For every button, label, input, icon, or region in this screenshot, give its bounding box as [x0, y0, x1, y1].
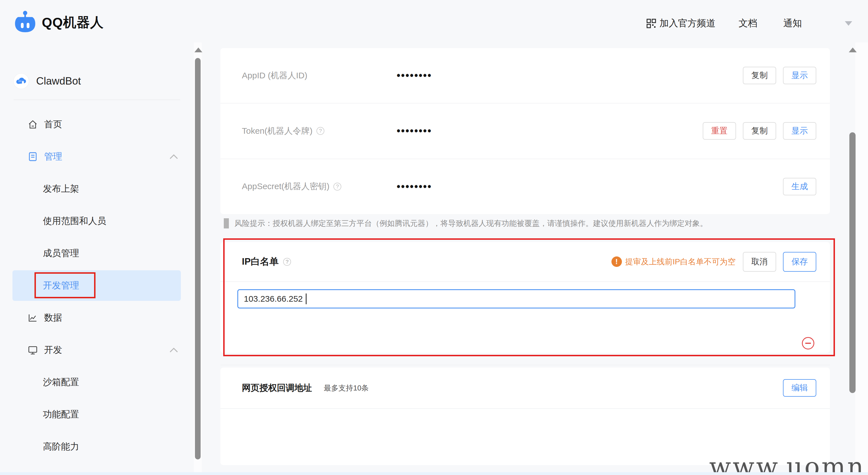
- token-copy-button[interactable]: 复制: [743, 122, 776, 140]
- sidebar-item-advanced[interactable]: 高阶能力: [0, 431, 190, 463]
- home-icon: [27, 119, 38, 130]
- warning-icon: !: [612, 257, 622, 267]
- risk-tip-marker: [224, 218, 229, 229]
- qq-bot-console: QQ机器人 加入官方频道 文档 通知: [0, 0, 868, 475]
- token-row: Token(机器人令牌) ? •••••••• 重置 复制 显示: [220, 103, 830, 158]
- ip-whitelist-actions: ! 提审及上线前IP白名单不可为空 取消 保存: [612, 252, 816, 272]
- bottom-edge-strip: [0, 472, 868, 475]
- token-help-icon[interactable]: ?: [316, 127, 324, 135]
- ip-whitelist-card: IP白名单 ? ! 提审及上线前IP白名单不可为空 取消 保存: [220, 242, 830, 353]
- token-show-button[interactable]: 显示: [783, 122, 816, 140]
- bot-profile[interactable]: H+ ClawdBot: [13, 73, 81, 89]
- risk-tip-text: 风险提示：授权机器人绑定至第三方平台（例如腾讯元器），将导致机器人现有功能被覆盖…: [235, 218, 708, 229]
- svg-text:H+: H+: [19, 80, 22, 83]
- nav-docs[interactable]: 文档: [739, 17, 757, 30]
- oauth-callback-subtitle: 最多支持10条: [324, 383, 369, 393]
- appsecret-row: AppSecret(机器人密钥) ? •••••••• 生成: [220, 159, 830, 214]
- appsecret-label: AppSecret(机器人密钥) ?: [242, 181, 397, 192]
- sidebar-item-member-manage[interactable]: 成员管理: [0, 237, 190, 269]
- appid-label: AppID (机器人ID): [242, 70, 397, 82]
- sidebar-item-manage[interactable]: 管理: [0, 141, 190, 173]
- ip-input-row: [220, 282, 830, 325]
- cloud-avatar-icon: H+: [15, 75, 27, 87]
- content-scrollbar-thumb-left[interactable]: [195, 58, 200, 459]
- ip-whitelist-help-icon[interactable]: ?: [283, 258, 291, 266]
- oauth-callback-title: 网页授权回调地址: [242, 382, 312, 394]
- appsecret-masked-value: ••••••••: [397, 181, 432, 192]
- chart-icon: [27, 312, 38, 323]
- sidebar-item-scope-members[interactable]: 使用范围和人员: [0, 205, 190, 237]
- token-reset-button[interactable]: 重置: [703, 122, 736, 140]
- chevron-up-icon: [169, 347, 179, 353]
- top-nav: 加入官方频道 文档 通知: [647, 17, 852, 30]
- sidebar-item-develop[interactable]: 开发: [0, 334, 190, 366]
- scroll-up-arrow-right[interactable]: [849, 48, 857, 52]
- annotation-box-sidebar: [34, 272, 95, 298]
- nav-join-channel[interactable]: 加入官方频道: [647, 17, 715, 30]
- sidebar-item-home[interactable]: 首页: [0, 108, 190, 141]
- sidebar-nav: 首页 管理 发布上架 使用范围和人员: [0, 108, 190, 475]
- appid-row: AppID (机器人ID) •••••••• 复制 显示: [220, 48, 830, 103]
- ip-whitelist-title: IP白名单 ?: [242, 255, 291, 268]
- chevron-up-icon: [169, 153, 179, 160]
- remove-ip-icon[interactable]: [802, 337, 814, 350]
- page-scrollbar-thumb-right[interactable]: [849, 132, 856, 393]
- account-dropdown-caret-icon[interactable]: [845, 21, 852, 26]
- document-icon: [27, 151, 38, 162]
- sidebar-divider: [13, 99, 180, 100]
- risk-tip: 风险提示：授权机器人绑定至第三方平台（例如腾讯元器），将导致机器人现有功能被覆盖…: [224, 218, 708, 229]
- page-scrollbar-track-right[interactable]: [855, 42, 868, 475]
- sidebar-item-features[interactable]: 功能配置: [0, 398, 190, 431]
- ip-whitelist-header: IP白名单 ? ! 提审及上线前IP白名单不可为空 取消 保存: [220, 242, 830, 282]
- appsecret-help-icon[interactable]: ?: [333, 183, 341, 190]
- appid-show-button[interactable]: 显示: [783, 67, 816, 84]
- token-masked-value: ••••••••: [397, 125, 432, 137]
- ip-whitelist-warning: 提审及上线前IP白名单不可为空: [625, 257, 736, 267]
- sidebar-item-dev-manage-active[interactable]: 开发管理: [0, 269, 190, 302]
- row-divider: [220, 365, 830, 365]
- sidebar-item-publish[interactable]: 发布上架: [0, 173, 190, 205]
- oauth-callback-header: 网页授权回调地址 最多支持10条 编辑: [220, 367, 830, 409]
- cancel-button[interactable]: 取消: [743, 252, 776, 272]
- monitor-icon: [27, 345, 38, 356]
- scroll-up-arrow-left[interactable]: [194, 48, 202, 52]
- credentials-card: AppID (机器人ID) •••••••• 复制 显示 Token(机器人令牌…: [220, 48, 830, 214]
- sidebar-item-data[interactable]: 数据: [0, 302, 190, 334]
- bot-name: ClawdBot: [36, 75, 81, 87]
- edit-button[interactable]: 编辑: [783, 379, 816, 397]
- nav-docs-label: 文档: [739, 17, 757, 30]
- ip-address-input[interactable]: [237, 289, 795, 308]
- bot-avatar: H+: [13, 73, 29, 89]
- appsecret-generate-button[interactable]: 生成: [783, 178, 816, 196]
- token-label: Token(机器人令牌) ?: [242, 125, 397, 137]
- text-cursor: [306, 294, 307, 304]
- nav-join-channel-label: 加入官方频道: [659, 17, 715, 30]
- nav-notice-label: 通知: [783, 17, 802, 30]
- oauth-callback-card: 网页授权回调地址 最多支持10条 编辑: [220, 367, 830, 465]
- appid-masked-value: ••••••••: [397, 69, 432, 82]
- qr-code-icon: [647, 19, 656, 28]
- watermark-text: www.uomn.cn: [709, 452, 868, 475]
- sidebar-item-sandbox[interactable]: 沙箱配置: [0, 366, 190, 398]
- nav-notice[interactable]: 通知: [783, 17, 802, 30]
- save-button[interactable]: 保存: [783, 252, 816, 272]
- sidebar: H+ ClawdBot 首页 管理: [0, 0, 190, 475]
- appid-copy-button[interactable]: 复制: [743, 67, 776, 84]
